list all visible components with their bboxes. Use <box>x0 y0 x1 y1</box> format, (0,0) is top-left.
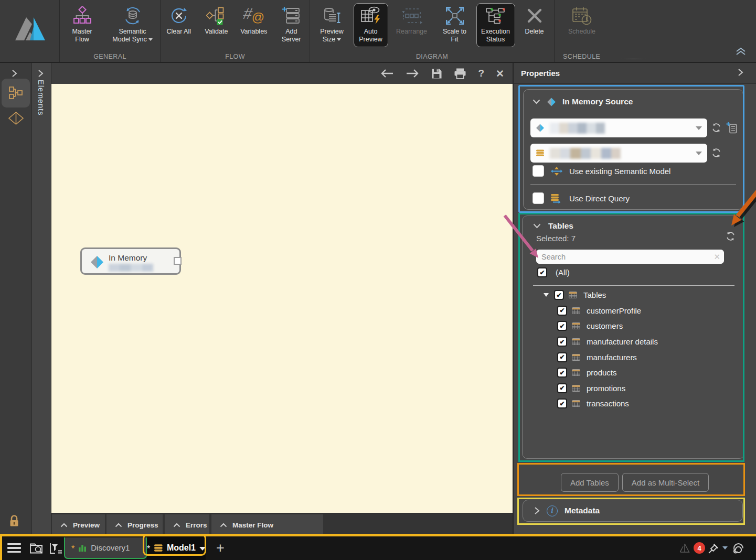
tables-root-checkbox[interactable] <box>554 290 564 300</box>
redo-button[interactable] <box>406 69 420 78</box>
validate-button[interactable]: Validate <box>198 3 235 39</box>
refresh-databases-button[interactable] <box>711 147 722 160</box>
add-as-multi-select-button[interactable]: Add as Multi-Select <box>622 473 709 492</box>
undo-button[interactable] <box>380 69 394 78</box>
table-row[interactable]: customerProfile <box>523 303 741 319</box>
database-select[interactable] <box>530 144 707 163</box>
redacted-database-name <box>550 148 621 159</box>
menu-button[interactable] <box>7 536 21 560</box>
print-button[interactable] <box>454 68 466 79</box>
table-row[interactable]: manufacturer details <box>523 334 741 350</box>
table-row[interactable]: customers <box>523 318 741 334</box>
database-icon <box>536 149 545 157</box>
table-row[interactable]: products <box>523 365 741 381</box>
chevron-right-icon <box>38 69 44 78</box>
tab-master-flow[interactable]: Master Flow <box>211 514 323 535</box>
use-existing-checkbox[interactable] <box>533 165 544 177</box>
save-button[interactable] <box>431 68 442 79</box>
table-checkbox[interactable] <box>557 368 567 378</box>
tables-header[interactable]: Tables <box>523 216 744 231</box>
use-direct-query-checkbox[interactable] <box>533 192 544 204</box>
in-memory-source-header[interactable]: In Memory Source <box>524 90 743 106</box>
table-checkbox[interactable] <box>557 399 567 408</box>
in-memory-node[interactable]: In Memory <box>80 247 181 275</box>
chevron-up-icon <box>220 523 227 527</box>
chevron-right-icon <box>12 69 18 78</box>
select-all-checkbox[interactable] <box>537 267 547 277</box>
rail-item-model[interactable] <box>8 111 24 127</box>
clear-search-icon[interactable]: ✕ <box>714 252 720 262</box>
filter-view-button[interactable] <box>49 536 63 560</box>
in-memory-diamond-icon <box>547 98 556 106</box>
pin-menu-button[interactable] <box>722 536 728 560</box>
tree-expand-caret-icon[interactable] <box>544 293 549 297</box>
add-server-inline-button[interactable] <box>726 122 737 136</box>
add-server-button[interactable]: Add Server <box>273 3 310 47</box>
ribbon-group-label: DIAGRAM <box>310 53 554 60</box>
chevron-down-icon <box>533 223 541 229</box>
table-row[interactable]: transactions <box>523 396 741 412</box>
tree-root-row[interactable]: Tables <box>523 287 741 303</box>
expand-elements-button[interactable] <box>38 69 44 80</box>
scale-to-fit-button[interactable]: Scale to Fit <box>435 3 474 47</box>
canvas-toolbar: ? ✕ <box>51 63 513 84</box>
dropdown-caret-icon <box>696 152 702 155</box>
rearrange-button[interactable]: Rearrange <box>390 3 433 39</box>
tab-discovery1[interactable]: * Discovery1 <box>64 537 147 559</box>
lock-icon[interactable] <box>8 514 20 530</box>
delete-button[interactable]: Delete <box>517 3 552 39</box>
spiral-button[interactable] <box>731 536 746 560</box>
app-logo[interactable] <box>0 0 59 62</box>
table-row[interactable]: promotions <box>523 381 741 396</box>
refresh-servers-button[interactable] <box>711 122 722 135</box>
use-direct-query-label: Use Direct Query <box>569 194 630 203</box>
help-button[interactable]: ? <box>478 68 484 79</box>
schedule-icon <box>571 5 592 27</box>
table-row[interactable]: manufacturers <box>523 349 741 365</box>
semantic-model-sync-button[interactable]: Semantic Model Sync <box>105 3 160 47</box>
select-all-row: (All) <box>537 267 570 277</box>
chevron-up-icon <box>115 523 122 527</box>
add-tables-button[interactable]: Add Tables <box>561 473 619 492</box>
expand-rail-button[interactable] <box>12 69 18 80</box>
add-server-icon <box>282 5 301 27</box>
tab-progress[interactable]: Progress <box>107 514 163 535</box>
new-tab-button[interactable]: + <box>213 536 228 560</box>
metadata-section[interactable]: i Metadata <box>523 500 743 522</box>
table-checkbox[interactable] <box>557 306 567 316</box>
tab-preview[interactable]: Preview <box>52 514 105 535</box>
table-label: transactions <box>587 399 629 408</box>
caret-down-icon <box>722 546 728 550</box>
properties-header: Properties <box>514 63 756 84</box>
table-label: products <box>587 368 617 377</box>
table-checkbox[interactable] <box>557 383 567 393</box>
auto-preview-button[interactable]: Auto Preview <box>354 3 388 47</box>
schedule-button[interactable]: Schedule <box>561 3 603 39</box>
collapse-ribbon-button[interactable] <box>735 47 747 58</box>
table-checkbox[interactable] <box>557 321 567 331</box>
dropdown-caret-icon <box>337 38 341 41</box>
execution-status-button[interactable]: Execution Status <box>476 3 515 47</box>
tab-model1-active[interactable]: * Model1 <box>147 536 206 560</box>
clear-all-button[interactable]: Clear All <box>161 3 197 39</box>
variables-button[interactable]: #@ Variables <box>236 3 272 39</box>
pin-button[interactable] <box>707 536 720 560</box>
notification-badge[interactable]: 4 <box>694 542 705 554</box>
table-search-input[interactable] <box>536 250 724 264</box>
table-checkbox[interactable] <box>557 337 567 347</box>
semantic-model-icon <box>550 166 563 176</box>
tab-errors[interactable]: Errors <box>165 514 209 535</box>
tab-menu-caret-icon[interactable] <box>199 547 206 551</box>
close-canvas-button[interactable]: ✕ <box>496 68 504 80</box>
node-output-port[interactable] <box>174 257 182 265</box>
master-flow-button[interactable]: Master Flow <box>60 3 104 47</box>
collapse-panel-button[interactable] <box>738 68 743 79</box>
flow-canvas[interactable]: In Memory <box>51 84 513 513</box>
preview-size-button[interactable]: Preview Size <box>313 3 352 47</box>
server-select[interactable] <box>530 119 707 137</box>
refresh-tables-button[interactable] <box>725 231 736 244</box>
table-checkbox[interactable] <box>557 352 567 362</box>
rail-item-flow-selected[interactable] <box>2 79 30 107</box>
content-explorer-button[interactable] <box>29 536 44 560</box>
variables-label: Variables <box>240 28 267 36</box>
